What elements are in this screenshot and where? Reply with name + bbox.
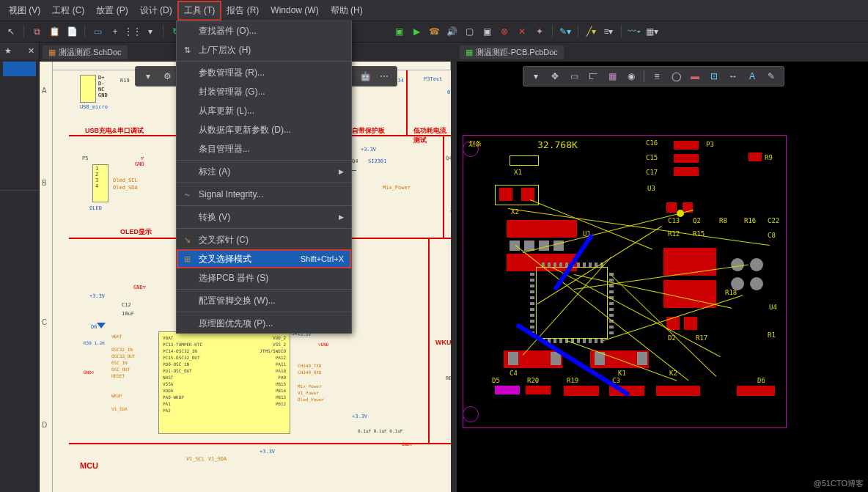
menu-signal-integrity[interactable]: ⏦Signal Integrity... — [177, 185, 351, 204]
pcb-editor: ▦ 测温测距-PCB.PcbDoc ▾ ✥ ▭ ⫍ ▦ ◉ ≡ ◯ ▬ ⊡ ↔ … — [457, 43, 868, 492]
menu-schematic-prefs[interactable]: 原理图优先项 (P)... — [177, 314, 351, 333]
menubar: 视图 (V) 工程 (C) 放置 (P) 设计 (D) 工具 (T) 报告 (R… — [0, 0, 868, 21]
probe-icon: ↘ — [181, 234, 193, 246]
phone-icon[interactable]: ☎ — [427, 25, 441, 38]
submenu-arrow-icon: ▶ — [339, 213, 344, 221]
menu-update-from-lib[interactable]: 从库更新 (L)... — [177, 101, 351, 120]
menu-select-pcb-component[interactable]: 选择PCB 器件 (S) — [177, 268, 351, 287]
3d-icon[interactable]: ◉ — [625, 70, 638, 83]
shortcut-label: Shift+Ctrl+X — [301, 254, 344, 263]
filter-icon[interactable]: ▾ — [144, 25, 157, 38]
menu-pin-swap[interactable]: 配置管脚交换 (W)... — [177, 291, 351, 310]
submenu-arrow-icon: ▶ — [339, 168, 344, 175]
dim-icon[interactable]: ↔ — [727, 70, 740, 83]
menu-convert[interactable]: 转换 (V)▶ — [177, 208, 351, 227]
play-icon[interactable]: ▶ — [410, 25, 423, 38]
splitter[interactable] — [451, 43, 457, 492]
copy-icon[interactable]: ⧉ — [30, 25, 43, 38]
grid-icon[interactable]: ▦▾ — [645, 25, 658, 38]
pcb-doc-label: 测温测距-PCB.PcbDoc — [476, 47, 558, 58]
sch-section-usb: USB充电&串口调试 — [85, 126, 144, 136]
paste2-icon[interactable]: 📄 — [65, 25, 78, 38]
select-icon[interactable]: ▭ — [567, 70, 581, 83]
menu-hierarchy[interactable]: ⇅上/下层次 (H) — [177, 40, 351, 59]
menu-param-manager[interactable]: 参数管理器 (R)... — [177, 63, 351, 82]
box2-icon[interactable]: ▣ — [480, 25, 493, 38]
text-icon[interactable]: A — [746, 70, 759, 83]
close-icon[interactable]: ✕ — [515, 25, 529, 38]
sch-ruler: A B C D — [40, 62, 53, 492]
pen-icon[interactable]: ✎▾ — [559, 25, 572, 38]
hierarchy-icon: ⇅ — [181, 44, 193, 56]
menu-update-params-db[interactable]: 从数据库更新参数 (D)... — [177, 120, 351, 139]
menu-window[interactable]: Window (W) — [265, 2, 324, 18]
menu-cross-probe[interactable]: ↘交叉探针 (C) — [177, 230, 351, 249]
pcb-canvas[interactable]: ▾ ✥ ▭ ⫍ ▦ ◉ ≡ ◯ ▬ ⊡ ↔ A ✎ 32.768K 划条 — [457, 62, 868, 492]
menu-item-manager[interactable]: 条目管理器... — [177, 139, 351, 158]
move-icon[interactable]: ✥ — [548, 70, 562, 83]
sch-section-wkup: WKUP — [435, 339, 451, 346]
cursor-icon[interactable]: ↖ — [4, 25, 18, 38]
tools-dropdown: 查找器件 (O)... ⇅上/下层次 (H) 参数管理器 (R)... 封装管理… — [176, 21, 352, 334]
pcb-floating-toolbar: ▾ ✥ ▭ ⫍ ▦ ◉ ≡ ◯ ▬ ⊡ ↔ A ✎ — [523, 66, 784, 87]
si-icon: ⏦ — [181, 188, 193, 200]
pcb-doc-tab[interactable]: ▦ 测温测距-PCB.PcbDoc — [460, 45, 564, 59]
panel-tab[interactable]: ★ ✕ — [0, 43, 39, 59]
menu-tools[interactable]: 工具 (T) — [178, 1, 221, 20]
ai-icon[interactable]: 🤖 — [358, 70, 372, 83]
menu-project[interactable]: 工程 (C) — [46, 1, 90, 20]
panel-list — [0, 59, 39, 191]
sch-section-mcu: MCU — [80, 461, 98, 470]
list-icon[interactable]: ≡▾ — [602, 25, 615, 38]
filter-icon[interactable]: ▾ — [141, 70, 155, 83]
box-icon[interactable]: ▢ — [463, 25, 476, 38]
filter-icon[interactable]: ▾ — [529, 70, 542, 83]
workspace: ★ ✕ ▦ 测温测距.SchDoc A B C D 1 — [0, 43, 868, 492]
chip-icon[interactable]: ▦ — [606, 70, 619, 83]
menu-place[interactable]: 放置 (P) — [90, 1, 133, 20]
sparkle-icon[interactable]: ✦ — [533, 25, 546, 38]
via-icon[interactable]: ◯ — [669, 70, 683, 83]
stop-icon[interactable]: ⊗ — [498, 25, 511, 38]
star-icon: ★ — [4, 46, 12, 56]
sch-usb-conn — [80, 75, 96, 103]
pcb-tab-bar: ▦ 测温测距-PCB.PcbDoc — [457, 43, 868, 62]
menu-find-component[interactable]: 查找器件 (O)... — [177, 21, 351, 40]
plus-icon[interactable]: + — [108, 25, 122, 38]
watermark: @51CTO博客 — [814, 478, 864, 489]
menu-footprint-manager[interactable]: 封装管理器 (G)... — [177, 82, 351, 101]
pcb-doc-icon: ▦ — [466, 48, 473, 57]
drc-icon[interactable]: ⊡ — [707, 70, 721, 83]
menu-view[interactable]: 视图 (V) — [3, 1, 46, 20]
sch-doc-icon: ▦ — [48, 48, 56, 57]
sch-section-oled: OLED显示 — [120, 227, 152, 237]
poly-icon[interactable]: ▬ — [688, 70, 702, 83]
sch-section-lp: 低功耗电流测试 — [413, 126, 451, 145]
panel-item-selected[interactable] — [3, 62, 36, 76]
menu-cross-select-mode[interactable]: ⊞交叉选择模式Shift+Ctrl+X — [177, 249, 351, 268]
main-toolbar: ↖ ⧉ 📋 📄 ▭ + ⋮⋮ ▾ ↻ ↺ ▣ ▶ ☎ 🔊 ▢ ▣ ⊗ ✕ ✦ ✎… — [0, 21, 868, 43]
menu-design[interactable]: 设计 (D) — [134, 1, 178, 20]
sch-doc-label: 测温测距.SchDoc — [59, 47, 122, 58]
left-panel: ★ ✕ — [0, 43, 40, 492]
menu-help[interactable]: 帮助 (H) — [325, 1, 369, 20]
pen-icon[interactable]: ✎ — [765, 70, 778, 83]
paste-icon[interactable]: 📋 — [48, 25, 61, 38]
green1-icon[interactable]: ▣ — [392, 25, 405, 38]
layer-icon[interactable]: ≡ — [650, 70, 663, 83]
sound-icon[interactable]: 🔊 — [445, 25, 458, 38]
line-icon[interactable]: ╱▾ — [584, 25, 597, 38]
menu-annotate[interactable]: 标注 (A)▶ — [177, 162, 351, 181]
more-icon[interactable]: ⋯ — [378, 70, 391, 83]
settings-icon[interactable]: ⚙ — [161, 70, 174, 83]
cross-select-icon: ⊞ — [181, 253, 193, 265]
wave-icon[interactable]: 〰▾ — [628, 25, 641, 38]
dots-icon[interactable]: ⋮⋮ — [126, 25, 139, 38]
panel-close-icon[interactable]: ✕ — [28, 46, 34, 56]
rect-icon[interactable]: ▭ — [91, 25, 104, 38]
sch-doc-tab[interactable]: ▦ 测温测距.SchDoc — [43, 45, 128, 59]
menu-report[interactable]: 报告 (R) — [221, 1, 265, 20]
align-icon[interactable]: ⫍ — [586, 70, 600, 83]
sch-floating-toolbar: ▾ ⚙ — [135, 66, 180, 87]
pcb-crystal-label: 32.768K — [537, 139, 578, 150]
